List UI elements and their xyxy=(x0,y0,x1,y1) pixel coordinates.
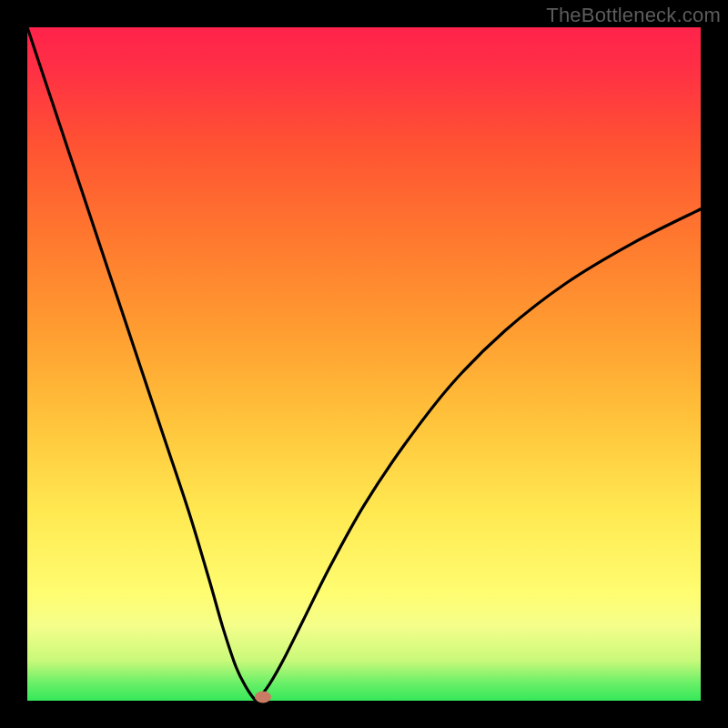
chart-svg xyxy=(27,27,701,701)
attribution-text: TheBottleneck.com xyxy=(546,4,721,27)
chart-plot-area xyxy=(27,27,701,701)
chart-frame: TheBottleneck.com xyxy=(0,0,728,728)
notch-marker xyxy=(255,692,271,703)
bottleneck-curve xyxy=(27,27,701,701)
